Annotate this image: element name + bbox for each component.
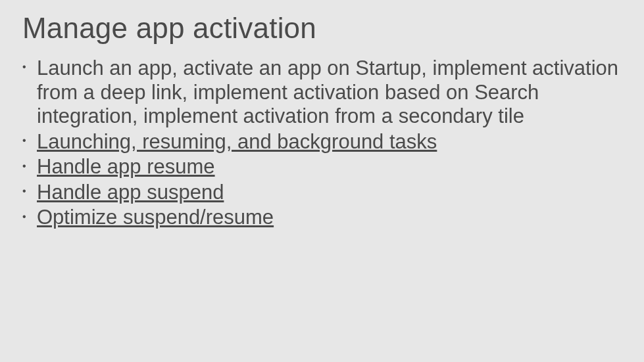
link-launching-resuming[interactable]: Launching, resuming, and background task… [37, 130, 437, 153]
bullet-text: Launch an app, activate an app on Startu… [37, 57, 618, 127]
page-title: Manage app activation [22, 12, 622, 45]
list-item: Handle app resume [22, 155, 622, 179]
slide: Manage app activation Launch an app, act… [0, 0, 644, 230]
link-handle-suspend[interactable]: Handle app suspend [37, 181, 224, 204]
list-item: Handle app suspend [22, 181, 622, 205]
list-item: Launching, resuming, and background task… [22, 130, 622, 154]
list-item: Optimize suspend/resume [22, 206, 622, 230]
link-handle-resume[interactable]: Handle app resume [37, 155, 215, 178]
bullet-list: Launch an app, activate an app on Startu… [22, 57, 622, 230]
link-optimize-suspend-resume[interactable]: Optimize suspend/resume [37, 206, 274, 229]
list-item: Launch an app, activate an app on Startu… [22, 57, 622, 129]
